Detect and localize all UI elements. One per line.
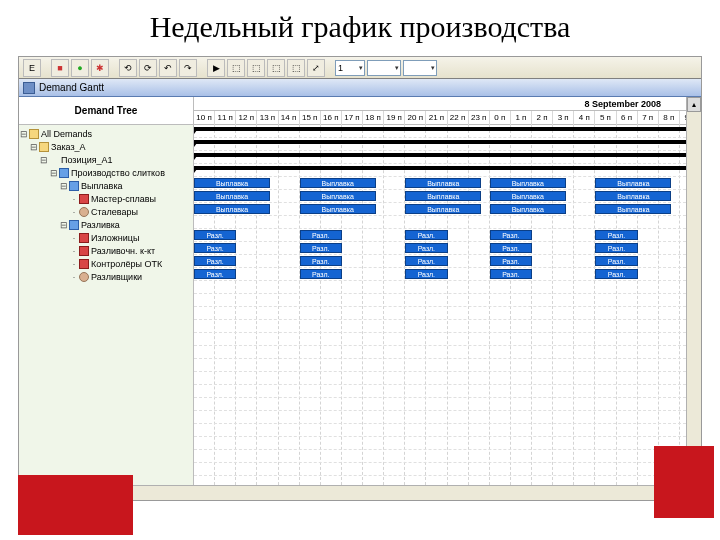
summary-bar[interactable] bbox=[194, 127, 701, 131]
tb-btn-box3[interactable]: ⬚ bbox=[267, 59, 285, 77]
task-bar[interactable]: Разл. bbox=[595, 230, 637, 240]
task-bar[interactable]: Выплавка bbox=[300, 191, 376, 201]
task-bar[interactable]: Разл. bbox=[405, 230, 447, 240]
tb-btn-redo[interactable]: ⟳ bbox=[139, 59, 157, 77]
decor-red-left bbox=[18, 475, 133, 535]
task-bar[interactable]: Разл. bbox=[405, 243, 447, 253]
task-bar[interactable]: Выплавка bbox=[405, 204, 481, 214]
gantt-header: 8 September 2008 10 п11 п12 п13 п14 п15 … bbox=[194, 97, 701, 125]
summary-bar[interactable] bbox=[194, 140, 701, 144]
gantt-row: ВыплавкаВыплавкаВыплавкаВыплавкаВыплавка bbox=[194, 190, 701, 203]
tree-item-label: Заказ_А bbox=[51, 142, 86, 152]
task-bar[interactable]: Разл. bbox=[490, 269, 532, 279]
tree-item[interactable]: ⊟Позиция_А1 bbox=[19, 153, 193, 166]
task-bar[interactable]: Разл. bbox=[194, 269, 236, 279]
tb-btn-dot[interactable]: ● bbox=[71, 59, 89, 77]
tree-item-label: Позиция_А1 bbox=[61, 155, 113, 165]
task-bar[interactable]: Разл. bbox=[300, 230, 342, 240]
task-bar[interactable]: Выплавка bbox=[490, 204, 566, 214]
task-bar[interactable]: Разл. bbox=[490, 243, 532, 253]
task-bar[interactable]: Выплавка bbox=[300, 204, 376, 214]
tb-combo-3[interactable] bbox=[403, 60, 437, 76]
task-bar[interactable]: Выплавка bbox=[405, 178, 481, 188]
task-bar[interactable]: Разл. bbox=[300, 243, 342, 253]
tree-item-label: Мастер-сплавы bbox=[91, 194, 156, 204]
red-icon bbox=[79, 246, 89, 256]
tb-btn-zoom[interactable]: ⤢ bbox=[307, 59, 325, 77]
gantt-day: 19 п bbox=[384, 111, 405, 125]
demand-tree-panel: Demand Tree ⊟All Demands ⊟Заказ_А⊟Позици… bbox=[19, 97, 194, 485]
tb-btn-star[interactable]: ✱ bbox=[91, 59, 109, 77]
gantt-body[interactable]: ВыплавкаВыплавкаВыплавкаВыплавкаВыплавка… bbox=[194, 125, 701, 485]
tb-btn-box4[interactable]: ⬚ bbox=[287, 59, 305, 77]
gantt-day: 17 п bbox=[342, 111, 363, 125]
tree-item[interactable]: ·Разливщики bbox=[19, 270, 193, 283]
tb-btn-rec[interactable]: ■ bbox=[51, 59, 69, 77]
tb-btn-play[interactable]: ▶ bbox=[207, 59, 225, 77]
tree-item[interactable]: ·Контролёры ОТК bbox=[19, 257, 193, 270]
gantt-month: 8 September 2008 bbox=[194, 97, 701, 111]
gantt-day: 13 п bbox=[257, 111, 278, 125]
red-icon bbox=[79, 259, 89, 269]
gantt-day: 11 п bbox=[215, 111, 236, 125]
panel-titlebar: Demand Gantt bbox=[19, 79, 701, 97]
tb-btn-fwd[interactable]: ↷ bbox=[179, 59, 197, 77]
tb-combo-1[interactable]: 1 bbox=[335, 60, 365, 76]
task-bar[interactable]: Разл. bbox=[300, 256, 342, 266]
task-bar[interactable]: Выплавка bbox=[595, 204, 671, 214]
vertical-scrollbar[interactable]: ▴ ▾ bbox=[686, 97, 701, 485]
tb-btn-box1[interactable]: ⬚ bbox=[227, 59, 245, 77]
task-bar[interactable]: Выплавка bbox=[405, 191, 481, 201]
task-bar[interactable]: Разл. bbox=[405, 256, 447, 266]
task-bar[interactable]: Разл. bbox=[490, 230, 532, 240]
task-bar[interactable]: Разл. bbox=[300, 269, 342, 279]
tree-root[interactable]: ⊟All Demands bbox=[19, 127, 193, 140]
gantt-row bbox=[194, 320, 701, 333]
scroll-up-icon[interactable]: ▴ bbox=[687, 97, 701, 112]
tree-item[interactable]: ·Изложницы bbox=[19, 231, 193, 244]
tree-item[interactable]: ⊟Производство слитков bbox=[19, 166, 193, 179]
gantt-row bbox=[194, 346, 701, 359]
tree-item[interactable]: ⊟Разливка bbox=[19, 218, 193, 231]
gantt-row bbox=[194, 151, 701, 164]
task-bar[interactable]: Выплавка bbox=[194, 178, 270, 188]
task-bar[interactable]: Выплавка bbox=[490, 178, 566, 188]
task-bar[interactable]: Разл. bbox=[595, 269, 637, 279]
task-bar[interactable]: Разл. bbox=[194, 256, 236, 266]
tb-combo-2[interactable] bbox=[367, 60, 401, 76]
tb-btn-back[interactable]: ↶ bbox=[159, 59, 177, 77]
toolbar: E ■ ● ✱ ⟲ ⟳ ↶ ↷ ▶ ⬚ ⬚ ⬚ ⬚ ⤢ 1 bbox=[19, 57, 701, 79]
task-bar[interactable]: Выплавка bbox=[490, 191, 566, 201]
task-bar[interactable]: Выплавка bbox=[194, 191, 270, 201]
gantt-day: 5 п bbox=[595, 111, 616, 125]
gantt-row bbox=[194, 294, 701, 307]
task-bar[interactable]: Разл. bbox=[194, 230, 236, 240]
gantt-day: 1 п bbox=[511, 111, 532, 125]
tb-btn-e[interactable]: E bbox=[23, 59, 41, 77]
tb-btn-undo[interactable]: ⟲ bbox=[119, 59, 137, 77]
tree-item-label: Выплавка bbox=[81, 181, 123, 191]
task-bar[interactable]: Выплавка bbox=[595, 178, 671, 188]
task-bar[interactable]: Разл. bbox=[490, 256, 532, 266]
tb-btn-box2[interactable]: ⬚ bbox=[247, 59, 265, 77]
tree-item[interactable]: ·Мастер-сплавы bbox=[19, 192, 193, 205]
task-bar[interactable]: Разл. bbox=[405, 269, 447, 279]
tree-item[interactable]: ·Сталевары bbox=[19, 205, 193, 218]
task-bar[interactable]: Разл. bbox=[194, 243, 236, 253]
task-bar[interactable]: Разл. bbox=[595, 243, 637, 253]
gantt-row bbox=[194, 216, 701, 229]
summary-bar[interactable] bbox=[194, 166, 701, 170]
folder-icon bbox=[29, 129, 39, 139]
gantt-day: 15 п bbox=[300, 111, 321, 125]
summary-bar[interactable] bbox=[194, 153, 701, 157]
person-icon bbox=[79, 207, 89, 217]
task-bar[interactable]: Разл. bbox=[595, 256, 637, 266]
tree-item[interactable]: ⊟Заказ_А bbox=[19, 140, 193, 153]
task-bar[interactable]: Выплавка bbox=[300, 178, 376, 188]
tree-item[interactable]: ·Разливочн. к-кт bbox=[19, 244, 193, 257]
tree-item[interactable]: ⊟Выплавка bbox=[19, 179, 193, 192]
task-bar[interactable]: Выплавка bbox=[595, 191, 671, 201]
task-bar[interactable]: Выплавка bbox=[194, 204, 270, 214]
gantt-day: 12 п bbox=[236, 111, 257, 125]
tree-body[interactable]: ⊟All Demands ⊟Заказ_А⊟Позиция_А1⊟Произво… bbox=[19, 125, 193, 485]
